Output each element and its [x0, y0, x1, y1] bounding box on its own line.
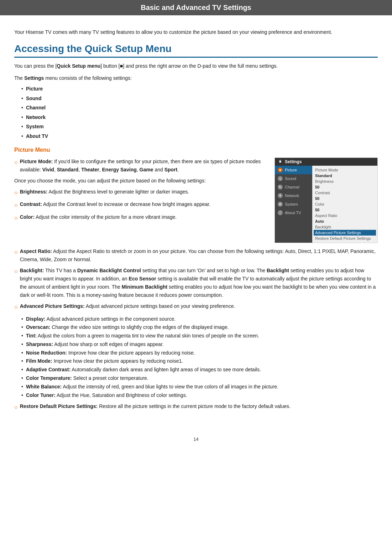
right-panel-restore-label: Restore Default Picture Settings — [315, 236, 375, 241]
right-panel-aspect-value: Auto — [315, 218, 375, 224]
menu-item-system[interactable]: ⚙ System — [275, 200, 312, 208]
bullet-icon: ○ — [14, 403, 18, 412]
right-panel-color-label: Color — [315, 201, 375, 207]
menu-item-system-label: System — [285, 202, 298, 206]
sub-item-color-temp: Color Temperature: Select a preset color… — [21, 374, 378, 383]
bullet-icon: ○ — [14, 158, 18, 167]
right-panel-brightness-label: Brightness — [315, 179, 375, 184]
right-panel-contrast-value: 50 — [315, 196, 375, 201]
contrast-text: Contrast: Adjust the Contrast level to i… — [20, 200, 269, 208]
advanced-picture-text: Advanced Picture Settings: Adjust advanc… — [20, 302, 378, 310]
menu-item-network[interactable]: ⚘ Network — [275, 191, 312, 200]
right-panel-picture-mode-label: Picture Mode — [315, 167, 375, 173]
settings-ui-title: Settings — [285, 159, 302, 164]
sub-item-color-tuner: Color Tuner: Adjust the Hue, Saturation … — [21, 391, 378, 400]
right-panel-color-value: 50 — [315, 207, 375, 213]
settings-menu-left: ■ Picture ♫ Sound ↻ Channel ⚘ Network — [275, 166, 312, 243]
bullet-icon: ○ — [14, 213, 18, 223]
right-panel-brightness-value: 50 — [315, 184, 375, 190]
settings-items-list: Picture Sound Channel Network System Abo… — [21, 84, 378, 141]
sub-item-overscan: Overscan: Change the video size settings… — [21, 323, 378, 332]
backlight-para: ○ Backlight: This TV has a Dynamic Backl… — [14, 267, 378, 299]
menu-item-channel-label: Channel — [285, 185, 299, 189]
color-text: Color: Adjust the color intensity of the… — [20, 213, 269, 221]
picture-mode-text: Picture Mode: If you'd like to configure… — [20, 158, 269, 174]
quick-setup-description: You can press the [Quick Setup menu] but… — [14, 62, 378, 71]
sub-item-adaptive-contrast: Adaptive Contrast: Automatically darken … — [21, 366, 378, 374]
section-divider — [14, 57, 378, 58]
system-menu-icon: ⚙ — [278, 202, 283, 207]
settings-item-network: Network — [21, 113, 378, 122]
menu-item-picture[interactable]: ■ Picture — [275, 166, 312, 174]
page-title: Basic and Advanced TV Settings — [141, 4, 251, 11]
color-para: ○ Color: Adjust the color intensity of t… — [14, 213, 269, 223]
gear-icon — [278, 159, 283, 164]
right-panel-advanced-label: Advanced Picture Settings — [314, 230, 376, 236]
sub-item-display: Display: Adjust advanced picture setting… — [21, 315, 378, 324]
bullet-icon: ○ — [14, 188, 18, 197]
bullet-icon: ○ — [14, 201, 18, 210]
menu-item-picture-label: Picture — [285, 168, 297, 172]
contrast-para: ○ Contrast: Adjust the Contrast level to… — [14, 200, 269, 210]
sound-menu-icon: ♫ — [278, 176, 283, 181]
aspect-ratio-text: Aspect Ratio: Adjust the Aspect Ratio to… — [20, 247, 378, 264]
settings-menu-right: Picture Mode Standard Brightness 50 Cont… — [312, 166, 377, 243]
right-panel-contrast-label: Contrast — [315, 190, 375, 196]
settings-item-about: About TV — [21, 131, 378, 141]
right-panel-picture-mode-value: Standard — [315, 173, 375, 179]
picture-menu-icon: ■ — [278, 167, 283, 172]
page-header: Basic and Advanced TV Settings — [0, 0, 392, 15]
settings-item-system: System — [21, 122, 378, 131]
menu-item-channel[interactable]: ↻ Channel — [275, 183, 312, 191]
menu-item-sound-label: Sound — [285, 176, 296, 181]
settings-ui-body: ■ Picture ♫ Sound ↻ Channel ⚘ Network — [275, 166, 377, 243]
advanced-picture-para: ○ Advanced Picture Settings: Adjust adva… — [14, 302, 378, 312]
picture-text-column: ○ Picture Mode: If you'd like to configu… — [14, 158, 269, 243]
bullet-icon: ○ — [14, 267, 18, 276]
mode-choose-text: Once you choose the mode, you can adjust… — [14, 177, 269, 185]
page-number: 14 — [0, 437, 392, 442]
about-menu-icon: i — [278, 210, 283, 215]
menu-item-sound[interactable]: ♫ Sound — [275, 174, 312, 183]
picture-menu-content: ○ Picture Mode: If you'd like to configu… — [14, 158, 378, 243]
restore-default-para: ○ Restore Default Picture Settings: Rest… — [14, 402, 378, 412]
intro-paragraph: Your Hisense TV comes with many TV setti… — [14, 28, 378, 36]
restore-default-text: Restore Default Picture Settings: Restor… — [20, 402, 378, 411]
sub-item-film-mode: Film Mode: Improve how clear the picture… — [21, 357, 378, 366]
sub-item-white-balance: White Balance: Adjust the intensity of r… — [21, 383, 378, 391]
menu-item-network-label: Network — [285, 193, 299, 198]
bullet-icon: ○ — [14, 303, 18, 312]
sub-item-sharpness: Sharpness: Adjust how sharp or soft edge… — [21, 340, 378, 349]
sub-item-noise-reduction: Noise Reduction: Improve how clear the p… — [21, 349, 378, 357]
network-menu-icon: ⚘ — [278, 193, 283, 198]
brightness-text: Brightness: Adjust the Brightness level … — [20, 188, 269, 196]
menu-item-about[interactable]: i About TV — [275, 208, 312, 217]
settings-ui-header: Settings — [275, 158, 377, 166]
picture-menu-title: Picture Menu — [14, 147, 378, 153]
right-panel-backlight-label: Backlight — [315, 224, 375, 230]
backlight-text: Backlight: This TV has a Dynamic Backlig… — [20, 267, 378, 299]
advanced-sub-list: Display: Adjust advanced picture setting… — [21, 315, 378, 400]
main-content: Your Hisense TV comes with many TV setti… — [0, 15, 392, 429]
quick-setup-title: Accessing the Quick Setup Menu — [14, 43, 378, 55]
bullet-icon: ○ — [14, 248, 18, 257]
brightness-para: ○ Brightness: Adjust the Brightness leve… — [14, 188, 269, 197]
settings-ui-panel: Settings ■ Picture ♫ Sound ↻ Channel — [275, 158, 378, 243]
sub-item-tint: Tint: Adjust the colors from a green to … — [21, 332, 378, 340]
aspect-ratio-para: ○ Aspect Ratio: Adjust the Aspect Ratio … — [14, 247, 378, 264]
right-panel-aspect-label: Aspect Ratio — [315, 213, 375, 218]
settings-item-sound: Sound — [21, 94, 378, 103]
menu-item-about-label: About TV — [285, 211, 301, 215]
settings-list-label: The Settings menu consists of the follow… — [14, 74, 378, 83]
settings-item-picture: Picture — [21, 84, 378, 94]
picture-mode-para: ○ Picture Mode: If you'd like to configu… — [14, 158, 269, 174]
channel-menu-icon: ↻ — [278, 185, 283, 190]
settings-item-channel: Channel — [21, 103, 378, 113]
